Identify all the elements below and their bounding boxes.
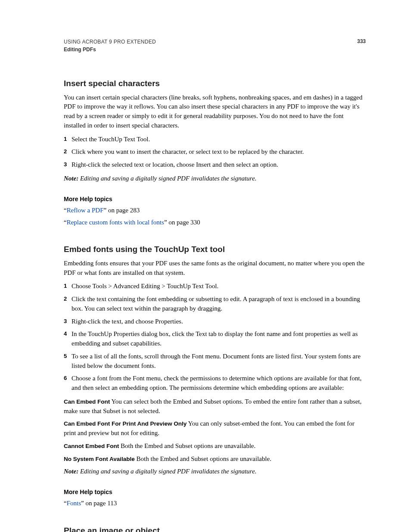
- term-no-system-font: No System Font Available Both the Embed …: [64, 454, 366, 464]
- note-text: Editing and saving a digitally signed PD…: [78, 468, 256, 475]
- section2-intro: Embedding fonts ensures that your PDF us…: [64, 259, 366, 278]
- heading-insert-special-characters: Insert special characters: [64, 78, 366, 90]
- step-number: 2: [64, 295, 72, 314]
- term-can-embed-font: Can Embed Font You can select both the E…: [64, 397, 366, 416]
- header-left: USING ACROBAT 9 PRO EXTENDED Editing PDF…: [64, 38, 156, 53]
- list-item: 1Choose Tools > Advanced Editing > Touch…: [64, 282, 366, 291]
- term-can-embed-print-preview: Can Embed Font For Print And Preview Onl…: [64, 419, 366, 438]
- term-cannot-embed-font: Cannot Embed Font Both the Embed and Sub…: [64, 442, 366, 451]
- note-text: Editing and saving a digitally signed PD…: [78, 175, 256, 182]
- help-topic: “Fonts” on page 113: [64, 499, 366, 508]
- step-text: Right-click the selected text or locatio…: [72, 160, 366, 170]
- link-replace-custom-fonts[interactable]: Replace custom fonts with local fonts: [67, 219, 164, 226]
- step-number: 1: [64, 282, 72, 291]
- page-number: 333: [357, 38, 366, 45]
- step-number: 5: [64, 352, 72, 371]
- step-text: Click the text containing the font embed…: [72, 295, 366, 314]
- list-item: 6Choose a font from the Font menu, check…: [64, 374, 366, 393]
- doc-title: USING ACROBAT 9 PRO EXTENDED: [64, 38, 156, 46]
- list-item: 2Click where you want to insert the char…: [64, 147, 366, 157]
- step-text: In the TouchUp Properties dialog box, cl…: [72, 330, 366, 348]
- quote-open: “: [64, 500, 67, 507]
- list-item: 4In the TouchUp Properties dialog box, c…: [64, 330, 366, 348]
- help-topic: “Reflow a PDF” on page 283: [64, 206, 366, 215]
- heading-place-image-object: Place an image or object: [64, 525, 366, 532]
- step-number: 4: [64, 330, 72, 348]
- heading-embed-fonts: Embed fonts using the TouchUp Text tool: [64, 243, 366, 255]
- step-text: Right-click the text, and choose Propert…: [72, 317, 366, 327]
- link-fonts[interactable]: Fonts: [67, 500, 81, 507]
- doc-subtitle: Editing PDFs: [64, 46, 156, 53]
- step-number: 3: [64, 317, 72, 327]
- help-topic: “Replace custom fonts with local fonts” …: [64, 218, 366, 227]
- note-label: Note:: [64, 175, 78, 182]
- section1-note: Note: Editing and saving a digitally sig…: [64, 174, 366, 184]
- help-tail: ” on page 330: [164, 219, 200, 226]
- list-item: 1Select the TouchUp Text Tool.: [64, 135, 366, 144]
- list-item: 3Right-click the text, and choose Proper…: [64, 317, 366, 327]
- link-reflow-pdf[interactable]: Reflow a PDF: [67, 207, 104, 214]
- step-text: Choose Tools > Advanced Editing > TouchU…: [72, 282, 366, 291]
- list-item: 5To see a list of all the fonts, scroll …: [64, 352, 366, 371]
- term-text: Both the Embed and Subset options are un…: [135, 455, 271, 462]
- help-tail: ” on page 113: [81, 500, 117, 507]
- step-text: To see a list of all the fonts, scroll t…: [72, 352, 366, 371]
- page-header: USING ACROBAT 9 PRO EXTENDED Editing PDF…: [64, 38, 366, 53]
- step-number: 2: [64, 147, 72, 157]
- term-text: Both the Embed and Subset options are un…: [119, 442, 255, 449]
- section1-steps: 1Select the TouchUp Text Tool. 2Click wh…: [64, 135, 366, 170]
- section1-intro: You can insert certain special character…: [64, 93, 366, 131]
- step-text: Select the TouchUp Text Tool.: [72, 135, 366, 144]
- more-help-heading: More Help topics: [64, 488, 366, 496]
- step-number: 3: [64, 160, 72, 170]
- term-label: No System Font Available: [64, 456, 135, 462]
- term-label: Cannot Embed Font: [64, 443, 119, 449]
- list-item: 3Right-click the selected text or locati…: [64, 160, 366, 170]
- more-help-heading: More Help topics: [64, 195, 366, 203]
- step-number: 1: [64, 135, 72, 144]
- quote-open: “: [64, 219, 67, 226]
- term-label: Can Embed Font: [64, 398, 110, 405]
- step-number: 6: [64, 374, 72, 393]
- term-label: Can Embed Font For Print And Preview Onl…: [64, 420, 187, 427]
- note-label: Note:: [64, 468, 78, 475]
- help-tail: ” on page 283: [104, 207, 140, 214]
- list-item: 2Click the text containing the font embe…: [64, 295, 366, 314]
- section2-note: Note: Editing and saving a digitally sig…: [64, 467, 366, 476]
- section2-steps: 1Choose Tools > Advanced Editing > Touch…: [64, 282, 366, 393]
- quote-open: “: [64, 207, 67, 214]
- step-text: Click where you want to insert the chara…: [72, 147, 366, 157]
- step-text: Choose a font from the Font menu, check …: [72, 374, 366, 393]
